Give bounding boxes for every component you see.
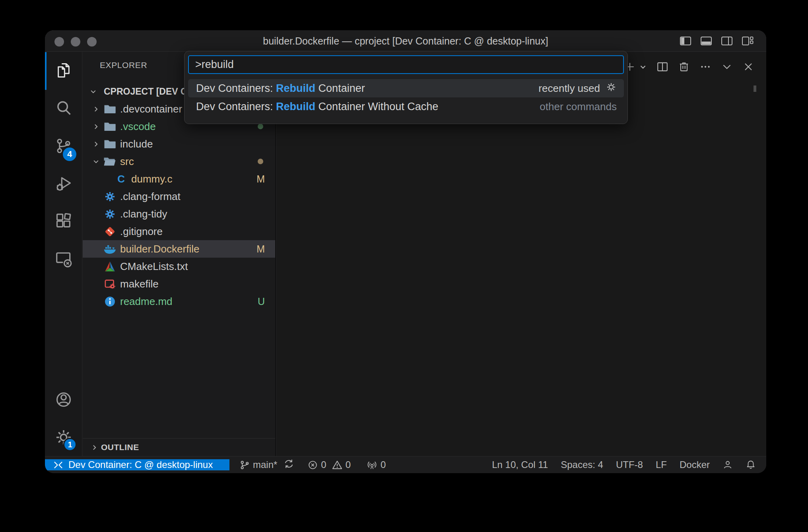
radio-tower-icon	[367, 460, 377, 470]
files-icon	[55, 62, 72, 81]
sidebar-item-run-debug[interactable]	[45, 165, 82, 203]
file-label: include	[120, 138, 153, 150]
file-row[interactable]: readme.mdU	[83, 293, 275, 310]
makefile-icon	[103, 278, 117, 290]
git-status-dot	[258, 124, 263, 129]
terminal-dropdown-icon[interactable]	[639, 63, 647, 71]
file-label: .gitignore	[120, 225, 163, 238]
palette-item-meta: other commands	[540, 101, 617, 113]
file-row[interactable]: .gitignore	[83, 223, 275, 240]
cmake-icon	[103, 261, 117, 272]
vscode-window: builder.Dockerfile — cproject [Dev Conta…	[45, 30, 766, 473]
chevron-right-icon	[89, 106, 103, 113]
warnings-icon	[332, 460, 342, 470]
git-icon	[103, 226, 117, 237]
toggle-primary-sidebar-icon[interactable]	[680, 36, 691, 46]
git-status-badge: U	[258, 296, 265, 307]
problems-status[interactable]: 0 0	[308, 459, 351, 470]
close-panel-icon[interactable]	[742, 61, 754, 73]
activity-bar: 4	[45, 52, 82, 456]
file-label: readme.md	[120, 295, 173, 308]
notifications-bell-icon[interactable]	[746, 460, 756, 470]
git-status-badge: M	[256, 243, 265, 255]
palette-item-label: Dev Containers: Rebuild Container Withou…	[196, 101, 438, 113]
git-status-dot	[258, 159, 263, 164]
file-label: .vscode	[120, 120, 156, 133]
status-bar: Dev Container: C @ desktop-linux main*	[45, 456, 766, 473]
restore-panel-icon[interactable]	[721, 61, 733, 73]
language-mode[interactable]: Docker	[680, 459, 710, 470]
chevron-down-icon	[89, 158, 103, 165]
cursor-position[interactable]: Ln 10, Col 11	[492, 459, 548, 470]
command-palette-input[interactable]	[188, 55, 624, 74]
folder-icon	[103, 121, 117, 132]
folder-icon	[103, 104, 117, 114]
chevron-right-icon	[87, 444, 101, 451]
branch-status[interactable]: main*	[240, 459, 277, 470]
kill-terminal-icon[interactable]	[678, 61, 690, 73]
sync-changes-button[interactable]	[284, 458, 294, 472]
palette-item[interactable]: Dev Containers: Rebuild Containerrecentl…	[188, 79, 624, 97]
git-status-badge: M	[256, 173, 265, 185]
remote-icon	[53, 460, 64, 470]
split-terminal-icon[interactable]	[656, 61, 668, 73]
gear-icon	[103, 191, 117, 202]
folder-row[interactable]: include	[83, 135, 275, 153]
more-actions-icon[interactable]	[699, 61, 711, 73]
project-name: CPROJECT [DEV C	[104, 86, 187, 97]
command-palette: Dev Containers: Rebuild Containerrecentl…	[184, 51, 628, 124]
settings-badge: 1	[63, 438, 77, 451]
gear-icon	[103, 208, 117, 220]
ports-status[interactable]: 0	[367, 459, 386, 470]
encoding[interactable]: UTF-8	[616, 459, 643, 470]
file-row[interactable]: .clang-format	[83, 188, 275, 205]
toggle-panel-icon[interactable]	[700, 36, 712, 46]
file-row[interactable]: makefile	[83, 275, 275, 293]
customize-layout-icon[interactable]	[742, 36, 754, 46]
palette-item-label: Dev Containers: Rebuild Container	[196, 82, 365, 95]
file-label: .clang-format	[120, 190, 181, 203]
docker-icon	[103, 244, 117, 254]
indentation[interactable]: Spaces: 4	[561, 459, 603, 470]
configure-keybinding-gear-icon[interactable]	[606, 82, 617, 95]
outline-section[interactable]: OUTLINE	[83, 438, 275, 456]
sidebar-item-extensions[interactable]	[45, 203, 82, 241]
palette-item[interactable]: Dev Containers: Rebuild Container Withou…	[188, 97, 624, 116]
palette-item-meta: recently used	[538, 82, 600, 95]
chevron-right-icon	[89, 141, 103, 148]
file-label: dummy.c	[131, 173, 173, 185]
run-debug-icon	[55, 175, 72, 194]
command-palette-list: Dev Containers: Rebuild Containerrecentl…	[188, 79, 624, 116]
search-icon	[55, 99, 72, 118]
sidebar-item-remote-explorer[interactable]	[45, 241, 82, 279]
file-row[interactable]: builder.DockerfileM	[83, 240, 275, 258]
errors-icon	[308, 460, 318, 470]
file-row[interactable]: CMakeLists.txt	[83, 258, 275, 275]
account-icon[interactable]	[45, 381, 82, 418]
file-label: .devcontainer	[120, 103, 182, 115]
feedback-icon[interactable]	[723, 460, 733, 470]
toggle-secondary-sidebar-icon[interactable]	[721, 36, 733, 46]
sidebar-item-explorer[interactable]	[45, 52, 82, 90]
file-row[interactable]: Cdummy.cM	[83, 170, 275, 188]
file-label: CMakeLists.txt	[120, 260, 188, 273]
remote-indicator[interactable]: Dev Container: C @ desktop-linux	[45, 459, 229, 470]
source-control-badge: 4	[62, 146, 78, 162]
eol-sequence[interactable]: LF	[656, 459, 667, 470]
folder-icon	[103, 139, 117, 149]
panel-scrollbar-thumb[interactable]	[754, 85, 756, 92]
file-row[interactable]: .clang-tidy	[83, 205, 275, 223]
folder-row[interactable]: src	[83, 153, 275, 170]
extensions-icon	[55, 213, 72, 232]
folder-open-icon	[103, 156, 117, 167]
svg-text:C: C	[117, 173, 125, 184]
outline-label: OUTLINE	[101, 443, 139, 452]
title-bar: builder.Dockerfile — cproject [Dev Conta…	[45, 30, 766, 52]
c-icon: C	[114, 173, 128, 185]
sync-icon	[284, 458, 294, 472]
settings-gear-icon[interactable]: 1	[45, 418, 82, 456]
chevron-right-icon	[89, 123, 103, 130]
sidebar-item-source-control[interactable]: 4	[45, 128, 82, 165]
sidebar-item-search[interactable]	[45, 90, 82, 128]
info-icon	[103, 296, 117, 307]
